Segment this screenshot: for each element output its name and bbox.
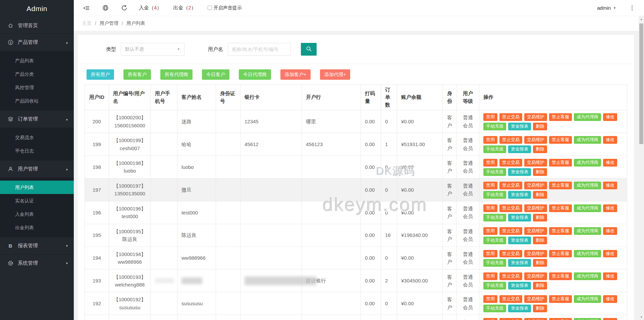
become-agent-button[interactable]: 成为代理商	[574, 250, 601, 258]
sidebar-item-real-name-auth[interactable]: 实名认证	[0, 194, 74, 207]
trade-maintenance-button[interactable]: 交易维护	[524, 227, 547, 235]
type-filter-select[interactable]: 默认不选 ▼	[121, 43, 184, 56]
forbid-service-button[interactable]: 禁止客服	[549, 182, 572, 189]
edit-button[interactable]: 修改	[603, 272, 617, 280]
sidebar-item-product-recycle[interactable]: 产品回收站	[0, 94, 74, 108]
sidebar-item-home[interactable]: 管理首页	[0, 17, 74, 34]
become-agent-button[interactable]: 成为代理商	[574, 159, 601, 167]
sidebar-item-product-list[interactable]: 产品列表	[0, 54, 74, 67]
menu-fold-icon[interactable]	[83, 4, 91, 12]
manual-recharge-button[interactable]: 手动充值	[483, 282, 506, 290]
edit-button[interactable]: 修改	[603, 250, 617, 258]
fund-report-button[interactable]: 资金报表	[508, 145, 531, 153]
trade-maintenance-button[interactable]: 交易维护	[524, 113, 547, 121]
forbid-service-button[interactable]: 禁止客服	[549, 295, 572, 303]
forbid-service-button[interactable]: 禁止客服	[549, 272, 572, 280]
trade-maintenance-button[interactable]: 交易维护	[524, 136, 547, 144]
fund-report-button[interactable]: 资金报表	[508, 168, 531, 176]
globe-icon[interactable]	[101, 4, 109, 12]
edit-button[interactable]: 修改	[603, 159, 617, 167]
sidebar-item-orders[interactable]: 订单管理 ▲	[0, 110, 74, 128]
search-button[interactable]	[301, 43, 317, 56]
sidebar-item-withdraw-list[interactable]: 出金列表	[0, 221, 74, 234]
forbid-trade-button[interactable]: 禁止交易	[499, 204, 522, 212]
fund-report-button[interactable]: 资金报表	[508, 259, 531, 267]
forbid-trade-button[interactable]: 禁止交易	[499, 227, 522, 235]
disable-button[interactable]: 禁用	[483, 295, 497, 303]
become-agent-button[interactable]: 成为代理商	[574, 204, 601, 212]
disable-button[interactable]: 禁用	[483, 136, 497, 144]
trade-maintenance-button[interactable]: 交易维护	[524, 318, 547, 320]
forbid-service-button[interactable]: 禁止客服	[549, 227, 572, 235]
become-agent-button[interactable]: 成为代理商	[574, 227, 601, 235]
trade-maintenance-button[interactable]: 交易维护	[524, 182, 547, 189]
delete-button[interactable]: 删除	[533, 305, 547, 312]
manual-recharge-button[interactable]: 手动充值	[483, 305, 506, 312]
trade-maintenance-button[interactable]: 交易维护	[524, 159, 547, 167]
disable-button[interactable]: 禁用	[483, 250, 497, 258]
delete-button[interactable]: 删除	[533, 259, 547, 267]
trade-maintenance-button[interactable]: 交易维护	[524, 272, 547, 280]
sidebar-item-user-list[interactable]: 用户列表	[0, 181, 74, 194]
sidebar-item-system[interactable]: 系统管理 ▼	[0, 254, 74, 272]
forbid-service-button[interactable]: 禁止客服	[549, 113, 572, 121]
disable-button[interactable]: 禁用	[483, 113, 497, 121]
delete-button[interactable]: 删除	[533, 237, 547, 244]
become-agent-button[interactable]: 成为代理商	[574, 182, 601, 189]
sidebar-item-users[interactable]: 用户管理 ▲	[0, 160, 74, 178]
become-agent-button[interactable]: 成为代理商	[574, 318, 601, 320]
sidebar-item-deposit-list[interactable]: 入金列表	[0, 207, 74, 221]
all-agents-button[interactable]: 所有代理商	[160, 69, 193, 80]
forbid-service-button[interactable]: 禁止客服	[549, 159, 572, 167]
manual-recharge-button[interactable]: 手动充值	[483, 145, 506, 153]
delete-button[interactable]: 删除	[533, 191, 547, 199]
forbid-trade-button[interactable]: 禁止交易	[499, 136, 522, 144]
forbid-service-button[interactable]: 禁止客服	[549, 136, 572, 144]
edit-button[interactable]: 修改	[603, 182, 617, 189]
edit-button[interactable]: 修改	[603, 295, 617, 303]
edit-button[interactable]: 修改	[603, 113, 617, 121]
edit-button[interactable]: 修改	[603, 318, 617, 320]
become-agent-button[interactable]: 成为代理商	[574, 272, 601, 280]
manual-recharge-button[interactable]: 手动充值	[483, 123, 506, 130]
sidebar-item-reports[interactable]: B 报表管理 ▼	[0, 237, 74, 254]
forbid-service-button[interactable]: 禁止客服	[549, 204, 572, 212]
fund-report-button[interactable]: 资金报表	[508, 191, 531, 199]
manual-recharge-button[interactable]: 手动充值	[483, 259, 506, 267]
forbid-trade-button[interactable]: 禁止交易	[499, 318, 522, 320]
sidebar-item-risk-control[interactable]: 风控管理	[0, 81, 74, 94]
add-customer-button[interactable]: 添加客户+	[280, 69, 311, 80]
disable-button[interactable]: 禁用	[483, 159, 497, 167]
disable-button[interactable]: 禁用	[483, 227, 497, 235]
delete-button[interactable]: 删除	[533, 214, 547, 221]
fund-report-button[interactable]: 资金报表	[508, 214, 531, 221]
more-options-icon[interactable]	[632, 5, 633, 10]
edit-button[interactable]: 修改	[603, 227, 617, 235]
forbid-trade-button[interactable]: 禁止交易	[499, 295, 522, 303]
trade-maintenance-button[interactable]: 交易维护	[524, 295, 547, 303]
become-agent-button[interactable]: 成为代理商	[574, 113, 601, 121]
forbid-trade-button[interactable]: 禁止交易	[499, 113, 522, 121]
trade-maintenance-button[interactable]: 交易维护	[524, 250, 547, 258]
scrollbar-up-arrow[interactable]: ▲	[639, 17, 644, 21]
all-customers-button[interactable]: 所有客户	[123, 69, 151, 80]
forbid-trade-button[interactable]: 禁止交易	[499, 250, 522, 258]
forbid-trade-button[interactable]: 禁止交易	[499, 159, 522, 167]
edit-button[interactable]: 修改	[603, 204, 617, 212]
today-agents-button[interactable]: 今日代理商	[239, 69, 271, 80]
sidebar-item-products[interactable]: $ 产品管理 ▲	[0, 34, 74, 51]
disable-button[interactable]: 禁用	[483, 182, 497, 189]
today-customers-button[interactable]: 今日客户	[202, 69, 229, 80]
delete-button[interactable]: 删除	[533, 145, 547, 153]
disable-button[interactable]: 禁用	[483, 204, 497, 212]
manual-recharge-button[interactable]: 手动充值	[483, 191, 506, 199]
deposit-count[interactable]: 入金（4）	[139, 5, 162, 11]
delete-button[interactable]: 删除	[533, 123, 547, 130]
edit-button[interactable]: 修改	[603, 136, 617, 144]
delete-button[interactable]: 删除	[533, 282, 547, 290]
admin-dropdown[interactable]: admin ▼	[597, 5, 616, 11]
manual-recharge-button[interactable]: 手动充值	[483, 214, 506, 221]
username-search-input[interactable]	[228, 43, 291, 56]
fund-report-button[interactable]: 资金报表	[508, 305, 531, 312]
all-users-button[interactable]: 所有用户	[87, 69, 114, 80]
